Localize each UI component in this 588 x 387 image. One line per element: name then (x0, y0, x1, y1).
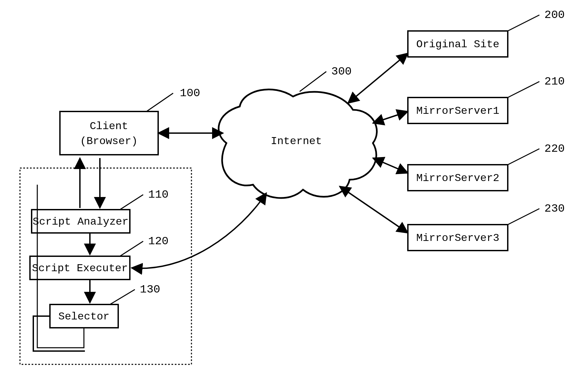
mirror1-label: MirrorServer1 (416, 105, 499, 117)
mirror3-label: MirrorServer3 (416, 232, 499, 244)
script-executer-ref: 120 (148, 235, 168, 248)
selector-label: Selector (58, 310, 110, 323)
internet-cloud: Internet (219, 90, 377, 198)
client-leader (147, 93, 173, 111)
internet-leader (300, 72, 326, 92)
conn-internet-mirror1 (373, 111, 408, 123)
svg-rect-0 (60, 111, 158, 155)
mirror3-ref: 230 (544, 202, 565, 215)
script-analyzer-label: Script Analyzer (33, 216, 129, 228)
mirror1-leader (508, 82, 539, 97)
internet-ref: 300 (331, 65, 352, 78)
original-site-ref: 200 (544, 9, 565, 21)
architecture-diagram: Client (Browser) 100 Script Analyzer 110… (0, 0, 588, 387)
original-site-label: Original Site (416, 38, 499, 51)
conn-internet-mirror2 (373, 158, 408, 173)
mirror3-box: MirrorServer3 (408, 225, 508, 251)
original-site-leader (508, 15, 539, 31)
internet-label: Internet (271, 135, 322, 147)
client-box: Client (Browser) (60, 111, 158, 155)
selector-box: Selector (50, 304, 118, 328)
script-executer-label: Script Executer (32, 262, 128, 275)
script-executer-box: Script Executer (30, 256, 130, 280)
script-analyzer-ref: 110 (148, 188, 168, 201)
client-ref: 100 (180, 87, 200, 99)
selector-leader (110, 290, 135, 304)
mirror2-ref: 220 (544, 142, 565, 155)
client-label-line1: Client (90, 120, 128, 132)
script-analyzer-box: Script Analyzer (32, 210, 130, 233)
conn-executer-internet (132, 193, 266, 268)
client-label-line2: (Browser) (80, 135, 138, 147)
mirror3-leader (508, 209, 539, 225)
script-analyzer-leader (120, 195, 143, 210)
mirror1-box: MirrorServer1 (408, 97, 508, 123)
original-site-box: Original Site (408, 31, 508, 57)
selector-ref: 130 (140, 283, 160, 296)
conn-internet-original (348, 53, 408, 103)
mirror2-label: MirrorServer2 (416, 172, 499, 184)
mirror2-box: MirrorServer2 (408, 165, 508, 191)
mirror1-ref: 210 (544, 75, 565, 88)
mirror2-leader (508, 149, 539, 165)
script-executer-leader (120, 241, 143, 256)
conn-internet-mirror3 (340, 186, 408, 233)
